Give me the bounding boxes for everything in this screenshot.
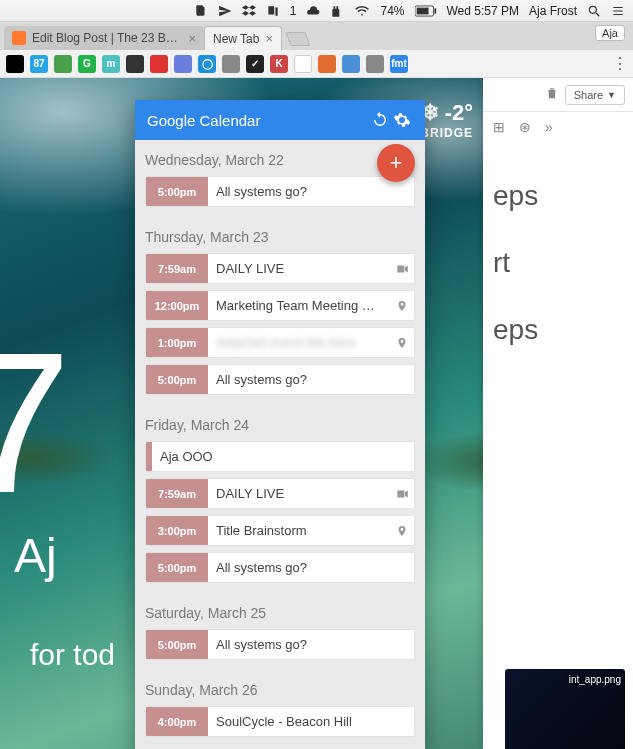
- spotlight-icon[interactable]: [587, 4, 601, 18]
- calendar-event[interactable]: 1:00pmredacted event title here: [145, 327, 415, 358]
- dropbox-icon[interactable]: [242, 4, 256, 18]
- day-name: Sunday, March 26: [145, 682, 415, 698]
- battery-icon[interactable]: [415, 5, 437, 17]
- chevron-right-icon[interactable]: »: [545, 119, 553, 135]
- paperplane-icon[interactable]: [218, 4, 232, 18]
- mac-menubar: 1 74% Wed 5:57 PM Aja Frost: [0, 0, 633, 22]
- event-time: 5:00pm: [146, 630, 208, 659]
- event-title: All systems go?: [208, 365, 414, 394]
- calendar-day: Saturday, March 255:00pmAll systems go?: [135, 593, 425, 670]
- extension-icon[interactable]: [126, 55, 144, 73]
- trash-icon[interactable]: [545, 86, 559, 104]
- calendar-event[interactable]: 7:59amDAILY LIVE: [145, 253, 415, 284]
- weather-temp: -2°: [445, 100, 473, 125]
- event-title: Title Brainstorm: [208, 516, 390, 545]
- right-toolbar: Share▼: [483, 78, 633, 112]
- chrome-profile-badge[interactable]: Aja: [595, 25, 625, 41]
- files-badge: 1: [290, 4, 297, 18]
- event-title: All systems go?: [208, 630, 414, 659]
- extension-icon[interactable]: [6, 55, 24, 73]
- event-time: 7:59am: [146, 254, 208, 283]
- right-word: eps: [493, 296, 623, 363]
- newtab-page: 7 , Aj for tod ❄ -2° MBRIDGE Share▼ ⊞ ⊛ …: [0, 78, 633, 749]
- extension-icon[interactable]: K: [270, 55, 288, 73]
- calendar-event[interactable]: 5:00pmAll systems go?: [145, 176, 415, 207]
- wifi-icon[interactable]: [354, 4, 370, 18]
- calendar-event[interactable]: 12:00pmMarketing Team Meeting Pa..: [145, 290, 415, 321]
- tab-inactive[interactable]: Edit Blog Post | The 23 Best G… ×: [4, 26, 204, 50]
- calendar-event[interactable]: 5:00pmAll systems go?: [145, 629, 415, 660]
- event-time: 1:00pm: [146, 328, 208, 357]
- big-number: 7: [0, 308, 61, 538]
- calendar-day: Friday, March 24Aja OOO7:59amDAILY LIVE3…: [135, 405, 425, 593]
- day-name: Thursday, March 23: [145, 229, 415, 245]
- menubar-datetime[interactable]: Wed 5:57 PM: [447, 4, 519, 18]
- calendar-popup: Google Calendar Wednesday, March 22+5:00…: [135, 100, 425, 749]
- sub-text: for tod: [30, 638, 115, 672]
- calendar-header: Google Calendar: [135, 100, 425, 140]
- location-pin-icon: [390, 328, 414, 357]
- refresh-icon[interactable]: [369, 109, 391, 131]
- extension-icon[interactable]: [174, 55, 192, 73]
- chrome-tabstrip: Edit Blog Post | The 23 Best G… × New Ta…: [0, 22, 633, 50]
- tab-active[interactable]: New Tab ×: [204, 26, 282, 50]
- extension-icon[interactable]: [222, 55, 240, 73]
- extension-icon[interactable]: ◯: [198, 55, 216, 73]
- event-time: 12:00pm: [146, 291, 208, 320]
- extension-icon[interactable]: [54, 55, 72, 73]
- calendar-event[interactable]: 5:00pmAll systems go?: [145, 552, 415, 583]
- extension-icon[interactable]: 87: [30, 55, 48, 73]
- extension-icon[interactable]: [294, 55, 312, 73]
- thumbnail-name: int_app.png: [569, 674, 621, 685]
- video-icon: [390, 479, 414, 508]
- event-time: 4:00pm: [146, 707, 208, 736]
- event-time: 7:59am: [146, 479, 208, 508]
- calendar-event[interactable]: 4:00pmSoulCycle - Beacon Hill: [145, 706, 415, 737]
- grid-icon[interactable]: ⊞: [493, 119, 505, 135]
- svg-line-4: [596, 12, 600, 16]
- extension-icon[interactable]: m: [102, 55, 120, 73]
- close-icon[interactable]: ×: [188, 31, 196, 46]
- extension-icon[interactable]: [366, 55, 384, 73]
- castle-icon[interactable]: [330, 4, 344, 18]
- close-icon[interactable]: ×: [265, 31, 273, 46]
- calendar-day: Wednesday, March 22+5:00pmAll systems go…: [135, 140, 425, 217]
- files-icon[interactable]: [266, 4, 280, 18]
- list-icon[interactable]: [611, 4, 625, 18]
- greeting-text: , Aj: [0, 528, 57, 583]
- event-time: 5:00pm: [146, 177, 208, 206]
- new-tab-button[interactable]: [286, 32, 311, 46]
- svg-rect-1: [416, 7, 428, 14]
- svg-rect-2: [434, 8, 436, 13]
- share-button[interactable]: Share▼: [565, 85, 625, 105]
- right-word: eps: [493, 162, 623, 229]
- calendar-event[interactable]: Aja OOO: [145, 441, 415, 472]
- add-event-button[interactable]: +: [377, 144, 415, 182]
- event-title: Aja OOO: [152, 442, 414, 471]
- extension-icon[interactable]: ✓: [246, 55, 264, 73]
- evernote-icon[interactable]: [194, 4, 208, 18]
- right-iconrow: ⊞ ⊛ »: [483, 112, 633, 142]
- globe-icon[interactable]: ⊛: [519, 119, 531, 135]
- calendar-day: Sunday, March 264:00pmSoulCycle - Beacon…: [135, 670, 425, 747]
- menubar-username[interactable]: Aja Frost: [529, 4, 577, 18]
- tab-title: Edit Blog Post | The 23 Best G…: [32, 31, 182, 45]
- extension-icon[interactable]: fmt: [390, 55, 408, 73]
- event-title: redacted event title here: [208, 328, 390, 357]
- event-title: All systems go?: [208, 177, 414, 206]
- cloud-icon[interactable]: [306, 4, 320, 18]
- gear-icon[interactable]: [391, 109, 413, 131]
- calendar-event[interactable]: 7:59amDAILY LIVE: [145, 478, 415, 509]
- right-words: eps rt eps: [483, 142, 633, 384]
- event-time: 5:00pm: [146, 553, 208, 582]
- calendar-event[interactable]: 5:00pmAll systems go?: [145, 364, 415, 395]
- extension-icon[interactable]: [150, 55, 168, 73]
- chrome-menu-icon[interactable]: ⋮: [612, 54, 627, 73]
- extension-icon[interactable]: [318, 55, 336, 73]
- event-title: DAILY LIVE: [208, 479, 390, 508]
- extension-icon[interactable]: [342, 55, 360, 73]
- day-name: Wednesday, March 22: [145, 152, 415, 168]
- right-panel: Share▼ ⊞ ⊛ » eps rt eps int_app.png: [483, 78, 633, 749]
- extension-icon[interactable]: G: [78, 55, 96, 73]
- calendar-event[interactable]: 3:00pmTitle Brainstorm: [145, 515, 415, 546]
